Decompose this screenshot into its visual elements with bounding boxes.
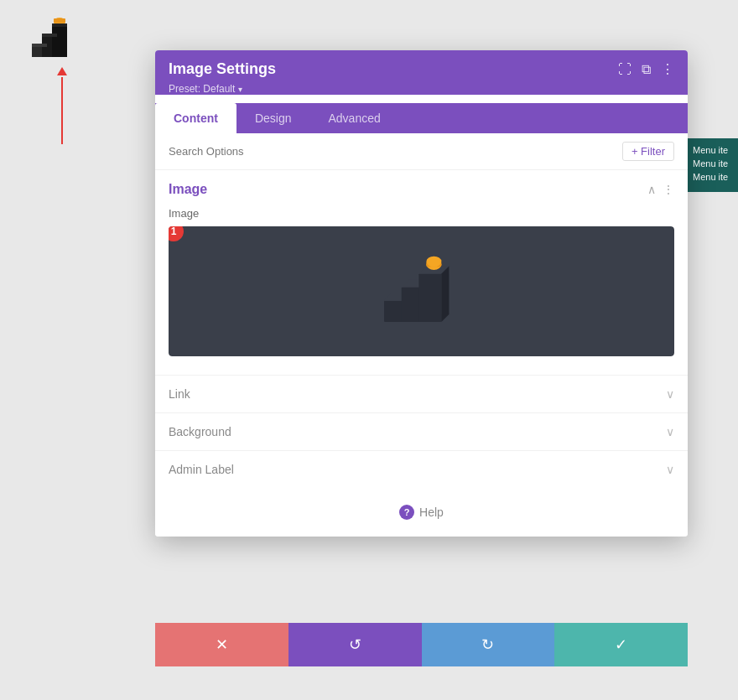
- red-arrow: [57, 67, 67, 144]
- split-view-icon[interactable]: ⧉: [642, 62, 651, 77]
- link-label: Link: [169, 387, 190, 401]
- cancel-icon: ✕: [216, 635, 228, 654]
- filter-icon: + Filter: [631, 145, 665, 158]
- tab-design[interactable]: Design: [236, 103, 310, 133]
- section-header: Image ∧ ⋮: [169, 182, 674, 197]
- svg-marker-16: [441, 266, 449, 322]
- redo-button[interactable]: ↻: [422, 623, 555, 666]
- modal-tabs: Content Design Advanced: [155, 103, 688, 133]
- svg-rect-14: [418, 273, 441, 322]
- arrow-head: [57, 67, 67, 75]
- svg-point-19: [426, 256, 441, 267]
- modal-title: Image Settings: [169, 60, 276, 78]
- modal-title-row: Image Settings ⛶ ⧉ ⋮: [169, 60, 674, 78]
- right-menu-item-1: Menu ite: [693, 145, 733, 155]
- collapse-icon[interactable]: ∧: [647, 183, 656, 196]
- undo-button[interactable]: ↺: [288, 623, 422, 666]
- filter-button[interactable]: + Filter: [622, 142, 674, 161]
- fullscreen-icon[interactable]: ⛶: [618, 62, 631, 77]
- svg-rect-6: [42, 34, 57, 37]
- help-section[interactable]: ? Help: [155, 488, 688, 537]
- preset-arrow: ▾: [238, 85, 242, 94]
- section-more-icon[interactable]: ⋮: [663, 183, 674, 196]
- modal-header: Image Settings ⛶ ⧉ ⋮ Preset: Default ▾: [155, 50, 688, 95]
- modal-body: + Filter Image ∧ ⋮ Image 1: [155, 133, 688, 537]
- undo-icon: ↺: [349, 635, 361, 654]
- admin-label-label: Admin Label: [169, 463, 234, 476]
- redo-icon: ↻: [481, 635, 494, 654]
- section-title: Image: [169, 182, 207, 197]
- svg-rect-2: [52, 23, 67, 57]
- right-menu: Menu ite Menu ite Menu ite: [688, 138, 738, 192]
- search-input[interactable]: [169, 145, 622, 158]
- section-controls: ∧ ⋮: [647, 183, 674, 196]
- background-chevron-icon: ∨: [666, 425, 674, 438]
- save-button[interactable]: ✓: [554, 623, 688, 666]
- app-logo: [25, 8, 75, 59]
- image-field-label: Image: [169, 207, 674, 220]
- help-label: Help: [419, 506, 444, 519]
- modal-preset[interactable]: Preset: Default ▾: [169, 83, 674, 95]
- more-options-icon[interactable]: ⋮: [661, 61, 674, 77]
- link-chevron-icon: ∨: [666, 387, 674, 401]
- search-bar: + Filter: [155, 133, 688, 170]
- arrow-line: [61, 77, 63, 144]
- accordion-link[interactable]: Link ∨: [155, 375, 688, 412]
- modal-header-icons: ⛶ ⧉ ⋮: [618, 61, 674, 77]
- image-preview[interactable]: [169, 226, 674, 356]
- svg-rect-7: [52, 23, 67, 27]
- bottom-toolbar: ✕ ↺ ↻ ✓: [155, 623, 688, 666]
- right-menu-item-3: Menu ite: [693, 172, 733, 182]
- cancel-button[interactable]: ✕: [155, 623, 288, 666]
- right-menu-item-2: Menu ite: [693, 158, 733, 169]
- image-preview-wrap: 1: [169, 226, 674, 356]
- svg-rect-5: [32, 44, 47, 47]
- tab-advanced[interactable]: Advanced: [309, 103, 398, 133]
- image-settings-modal: Image Settings ⛶ ⧉ ⋮ Preset: Default ▾ C…: [155, 50, 688, 537]
- save-icon: ✓: [615, 635, 627, 654]
- accordion-background[interactable]: Background ∨: [155, 412, 688, 450]
- admin-label-chevron-icon: ∨: [666, 463, 674, 476]
- staircase-svg: [380, 254, 464, 329]
- accordion-admin-label[interactable]: Admin Label ∨: [155, 450, 688, 488]
- help-icon: ?: [399, 505, 414, 520]
- svg-rect-4: [54, 18, 65, 23]
- image-section: Image ∧ ⋮ Image 1: [155, 170, 688, 375]
- tab-content[interactable]: Content: [155, 103, 236, 133]
- background-label: Background: [169, 425, 231, 438]
